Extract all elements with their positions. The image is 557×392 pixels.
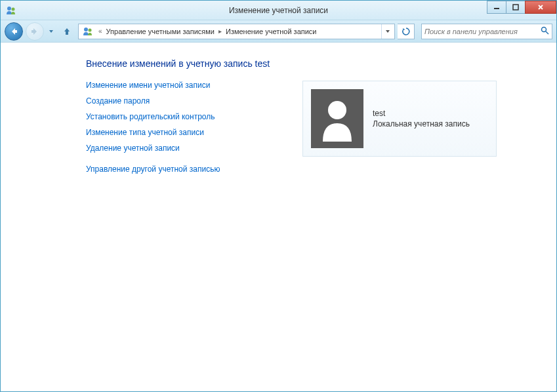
search-input[interactable] (424, 28, 541, 35)
breadcrumb-change-account[interactable]: Изменение учетной записи (224, 28, 318, 35)
svg-point-6 (542, 27, 547, 31)
search-box[interactable] (421, 24, 552, 39)
svg-line-7 (546, 31, 548, 34)
svg-point-4 (84, 28, 88, 31)
link-change-name[interactable]: Изменение имени учетной записи (86, 81, 276, 90)
app-icon (6, 5, 16, 16)
svg-rect-2 (494, 8, 499, 9)
content-area: Внесение изменений в учетную запись test… (1, 43, 556, 391)
action-links: Изменение имени учетной записи Создание … (86, 81, 276, 180)
history-dropdown-icon[interactable] (47, 25, 56, 38)
svg-point-5 (89, 28, 92, 31)
breadcrumb-accounts[interactable]: Управление учетными записями (105, 28, 216, 35)
account-card: test Локальная учетная запись (302, 81, 497, 157)
svg-point-1 (12, 7, 15, 10)
address-bar[interactable]: « Управление учетными записями ▸ Изменен… (78, 24, 395, 39)
up-button[interactable] (60, 24, 74, 39)
account-info: test Локальная учетная запись (373, 109, 470, 128)
titlebar: Изменение учетной записи (1, 1, 556, 20)
window-title: Изменение учетной записи (229, 6, 328, 15)
account-type: Локальная учетная запись (373, 119, 470, 128)
chevron-right-icon: ▸ (218, 28, 222, 35)
refresh-button[interactable] (398, 24, 415, 39)
maximize-button[interactable] (506, 1, 526, 14)
forward-button (26, 22, 44, 41)
main-row: Изменение имени учетной записи Создание … (86, 81, 556, 180)
link-parental-control[interactable]: Установить родительский контроль (86, 112, 276, 121)
link-delete-account[interactable]: Удаление учетной записи (86, 144, 276, 153)
avatar (311, 89, 363, 148)
window: Изменение учетной записи « Управление уч… (0, 0, 557, 392)
svg-rect-3 (513, 5, 518, 10)
link-create-password[interactable]: Создание пароля (86, 96, 276, 106)
account-name: test (373, 109, 470, 118)
breadcrumb-prefix: « (98, 28, 102, 35)
address-dropdown-icon[interactable] (381, 24, 393, 39)
close-button[interactable] (525, 1, 556, 14)
search-icon[interactable] (541, 26, 549, 37)
users-icon (83, 26, 93, 37)
page-heading: Внесение изменений в учетную запись test (86, 58, 556, 69)
window-controls (487, 1, 556, 14)
navbar: « Управление учетными записями ▸ Изменен… (1, 20, 556, 43)
link-change-type[interactable]: Изменение типа учетной записи (86, 128, 276, 137)
link-manage-other[interactable]: Управление другой учетной записью (86, 165, 276, 174)
back-button[interactable] (5, 22, 23, 41)
svg-point-0 (7, 7, 11, 10)
svg-point-8 (328, 101, 346, 119)
minimize-button[interactable] (487, 1, 506, 14)
